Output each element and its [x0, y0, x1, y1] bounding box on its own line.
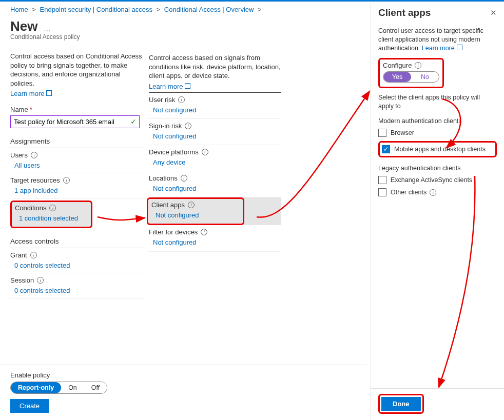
- info-icon[interactable]: i: [31, 152, 37, 158]
- create-button[interactable]: Create: [10, 399, 49, 413]
- toggle-on[interactable]: On: [61, 382, 84, 393]
- pane-title: Client apps: [378, 7, 497, 18]
- user-risk-row[interactable]: User riski Not configured: [149, 93, 281, 119]
- locations-row[interactable]: Locationsi Not configured: [149, 171, 281, 197]
- info-icon[interactable]: i: [415, 62, 421, 69]
- configure-section: Configurei Yes No: [378, 58, 444, 88]
- client-apps-row[interactable]: Client appsi Not configured: [147, 197, 244, 225]
- checkbox-unchecked[interactable]: [378, 188, 386, 196]
- info-icon[interactable]: i: [188, 202, 195, 208]
- breadcrumb-ca[interactable]: Conditional Access | Overview: [164, 6, 254, 13]
- more-icon[interactable]: …: [44, 25, 51, 33]
- mobile-apps-checkbox-row[interactable]: ✓ Mobile apps and desktop clients: [378, 141, 497, 157]
- users-row[interactable]: Usersi All users: [10, 148, 144, 173]
- enable-policy-toggle[interactable]: Report-only On Off: [10, 382, 107, 394]
- breadcrumb-sep: >: [32, 6, 36, 13]
- toggle-no[interactable]: No: [411, 72, 439, 82]
- learn-more-link[interactable]: Learn more: [10, 90, 52, 97]
- toggle-off[interactable]: Off: [84, 382, 107, 393]
- configure-toggle[interactable]: Yes No: [383, 71, 439, 83]
- close-icon[interactable]: ✕: [490, 8, 497, 17]
- select-desc: Select the client apps this policy will …: [378, 93, 497, 111]
- col2-desc: Control access based on signals from con…: [149, 53, 281, 81]
- legacy-auth-header: Legacy authentication clients: [378, 165, 497, 172]
- col1-desc: Control access based on Conditional Acce…: [10, 52, 144, 88]
- toggle-yes[interactable]: Yes: [383, 72, 411, 82]
- learn-more-conditions[interactable]: Learn more: [149, 83, 190, 90]
- checkmark-icon: ✓: [130, 117, 137, 126]
- breadcrumb-sep: >: [157, 6, 161, 13]
- info-icon[interactable]: i: [181, 175, 187, 182]
- footer: Enable policy Report-only On Off Create: [0, 365, 366, 420]
- filter-devices-row[interactable]: Filter for devicesi Not configured: [149, 225, 281, 251]
- signin-risk-row[interactable]: Sign-in riski Not configured: [149, 119, 281, 145]
- info-icon[interactable]: i: [37, 277, 44, 284]
- breadcrumb-endpoint[interactable]: Endpoint security | Conditional access: [40, 6, 152, 13]
- checkbox-unchecked[interactable]: [378, 176, 386, 184]
- name-label: Name*: [10, 106, 144, 113]
- client-apps-row-wrap: Client appsi Not configured: [149, 197, 281, 225]
- assignments-header: Assignments: [10, 128, 144, 148]
- toggle-report-only[interactable]: Report-only: [11, 382, 61, 393]
- page-subtitle: Conditional Access policy: [10, 33, 144, 41]
- info-icon[interactable]: i: [430, 189, 436, 196]
- eas-checkbox-row[interactable]: Exchange ActiveSync clients: [378, 176, 497, 184]
- pane-desc: Control user access to target specific c…: [378, 27, 497, 53]
- pane-learn-more[interactable]: Learn more: [422, 45, 462, 52]
- info-icon[interactable]: i: [49, 205, 56, 211]
- checkbox-unchecked[interactable]: [378, 129, 386, 137]
- info-icon[interactable]: i: [30, 252, 37, 258]
- enable-policy-label: Enable policy: [10, 371, 356, 379]
- conditions-row[interactable]: Conditionsi 1 condition selected: [10, 201, 92, 228]
- grant-row[interactable]: Granti 0 controls selected: [10, 248, 144, 273]
- done-button[interactable]: Done: [381, 397, 421, 411]
- pane-footer: Done: [371, 388, 504, 420]
- breadcrumb-sep: >: [258, 6, 262, 13]
- browser-checkbox-row[interactable]: Browser: [378, 129, 497, 137]
- session-row[interactable]: Sessioni 0 controls selected: [10, 273, 144, 298]
- info-icon[interactable]: i: [178, 96, 185, 103]
- info-icon[interactable]: i: [201, 229, 207, 235]
- device-platforms-row[interactable]: Device platformsi Any device: [149, 145, 281, 171]
- info-icon[interactable]: i: [202, 149, 208, 155]
- modern-auth-header: Modern authentication clients: [378, 117, 497, 125]
- access-controls-header: Access controls: [10, 228, 144, 248]
- name-input[interactable]: [10, 115, 140, 128]
- target-row[interactable]: Target resourcesi 1 app included: [10, 173, 144, 198]
- info-icon[interactable]: i: [63, 177, 70, 184]
- checkbox-checked[interactable]: ✓: [382, 145, 390, 153]
- page-title: New: [10, 18, 37, 34]
- client-apps-pane: Client apps ✕ Control user access to tar…: [371, 3, 504, 420]
- breadcrumb-home[interactable]: Home: [10, 6, 28, 13]
- other-clients-checkbox-row[interactable]: Other clients i: [378, 188, 497, 196]
- info-icon[interactable]: i: [185, 123, 191, 129]
